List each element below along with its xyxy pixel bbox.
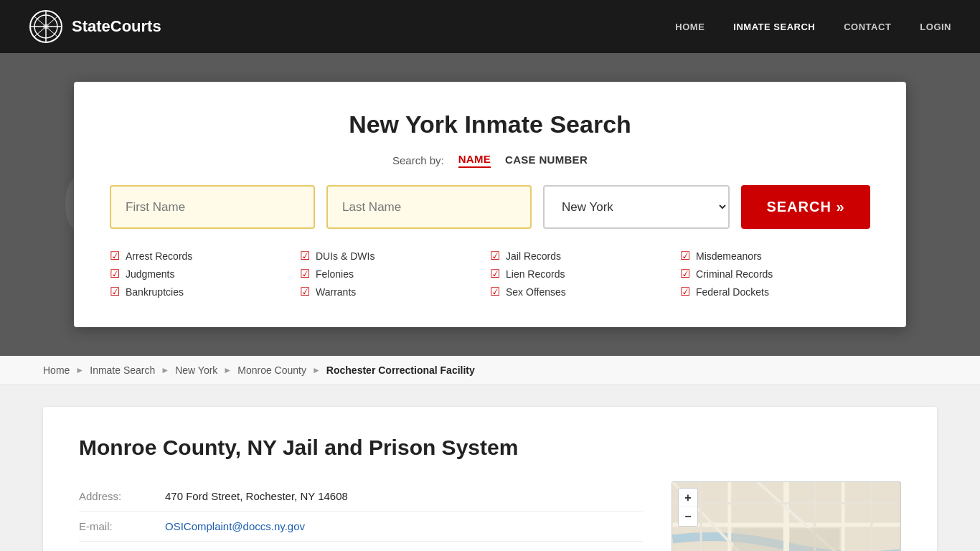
check-label: Criminal Records: [696, 268, 773, 280]
check-arrest-records: ☑ Arrest Records: [110, 249, 300, 263]
check-bankruptcies: ☑ Bankruptcies: [110, 285, 300, 298]
check-sex-offenses: ☑ Sex Offenses: [490, 285, 680, 298]
breadcrumb-sep-3: ►: [223, 365, 232, 375]
check-federal-dockets: ☑ Federal Dockets: [680, 285, 870, 298]
search-by-label: Search by:: [392, 154, 444, 166]
check-label: Sex Offenses: [506, 286, 566, 298]
check-icon: ☑: [490, 267, 500, 281]
check-felonies: ☑ Felonies: [300, 267, 490, 281]
address-value: 470 Ford Street, Rochester, NY 14608: [165, 490, 643, 502]
tab-name[interactable]: NAME: [458, 153, 491, 168]
search-card: New York Inmate Search Search by: NAME C…: [74, 82, 906, 327]
logo-text: StateCourts: [72, 17, 161, 36]
nav-contact[interactable]: CONTACT: [844, 22, 891, 32]
check-icon: ☑: [110, 285, 120, 298]
checks-grid: ☑ Arrest Records ☑ DUIs & DWIs ☑ Jail Re…: [110, 249, 870, 298]
breadcrumb-new-york[interactable]: New York: [175, 364, 217, 376]
check-icon: ☑: [680, 249, 690, 263]
main-nav: HOME INMATE SEARCH CONTACT LOGIN: [675, 22, 951, 32]
breadcrumb-sep-1: ►: [75, 365, 84, 375]
map-zoom-out[interactable]: −: [679, 507, 697, 526]
map-section: 11A ▶ 12 + − Rochester: [672, 481, 901, 551]
svg-rect-21: [733, 528, 783, 551]
breadcrumb: Home ► Inmate Search ► New York ► Monroe…: [0, 356, 980, 385]
map-zoom-in[interactable]: +: [679, 489, 697, 507]
search-inputs-row: New York SEARCH »: [110, 185, 870, 229]
check-icon: ☑: [490, 285, 500, 298]
check-icon: ☑: [110, 249, 120, 263]
search-by-row: Search by: NAME CASE NUMBER: [110, 153, 870, 168]
first-name-input[interactable]: [110, 185, 315, 229]
check-icon: ☑: [300, 249, 310, 263]
content-title: Monroe County, NY Jail and Prison System: [79, 435, 901, 460]
check-label: Misdemeanors: [696, 250, 762, 262]
email-row: E-mail: OSIComplaint@doccs.ny.gov: [79, 512, 643, 542]
phone-row: Phone: 585-454-2280: [79, 542, 643, 551]
breadcrumb-home[interactable]: Home: [43, 364, 70, 376]
svg-point-6: [43, 24, 49, 29]
nav-home[interactable]: HOME: [675, 22, 705, 32]
check-icon: ☑: [110, 267, 120, 281]
lower-section: Address: 470 Ford Street, Rochester, NY …: [79, 481, 901, 551]
check-criminal-records: ☑ Criminal Records: [680, 267, 870, 281]
breadcrumb-sep-4: ►: [312, 365, 321, 375]
last-name-input[interactable]: [326, 185, 532, 229]
check-misdemeanors: ☑ Misdemeanors: [680, 249, 870, 263]
tab-case-number[interactable]: CASE NUMBER: [505, 154, 588, 167]
breadcrumb-sep-2: ►: [161, 365, 169, 375]
address-row: Address: 470 Ford Street, Rochester, NY …: [79, 481, 643, 512]
main-content: Monroe County, NY Jail and Prison System…: [0, 385, 980, 551]
email-label: E-mail:: [79, 520, 165, 532]
content-card: Monroe County, NY Jail and Prison System…: [43, 407, 937, 551]
map-svg: 11A ▶ 12: [672, 482, 900, 551]
check-label: Jail Records: [506, 250, 561, 262]
check-label: Warrants: [316, 286, 356, 298]
check-warrants: ☑ Warrants: [300, 285, 490, 298]
nav-inmate-search[interactable]: INMATE SEARCH: [733, 22, 815, 32]
check-icon: ☑: [680, 267, 690, 281]
check-jail-records: ☑ Jail Records: [490, 249, 680, 263]
logo-area[interactable]: StateCourts: [29, 9, 161, 44]
check-label: Federal Dockets: [696, 286, 769, 298]
nav-login[interactable]: LOGIN: [920, 22, 951, 32]
hero-section: COURTHOUSE New York Inmate Search Search…: [0, 53, 980, 356]
email-link[interactable]: OSIComplaint@doccs.ny.gov: [165, 520, 305, 532]
map-controls: + −: [678, 488, 698, 527]
logo-icon: [29, 9, 63, 44]
check-lien-records: ☑ Lien Records: [490, 267, 680, 281]
email-value: OSIComplaint@doccs.ny.gov: [165, 520, 643, 532]
check-label: DUIs & DWIs: [316, 250, 374, 262]
site-header: StateCourts HOME INMATE SEARCH CONTACT L…: [0, 0, 980, 53]
check-judgments: ☑ Judgments: [110, 267, 300, 281]
check-label: Arrest Records: [126, 250, 192, 262]
svg-rect-22: [790, 528, 839, 551]
check-label: Bankruptcies: [126, 286, 184, 298]
check-icon: ☑: [300, 267, 310, 281]
check-label: Judgments: [126, 268, 174, 280]
breadcrumb-current: Rochester Correctional Facility: [326, 364, 475, 376]
map-container: 11A ▶ 12 + − Rochester: [672, 481, 901, 551]
address-label: Address:: [79, 490, 165, 502]
search-button[interactable]: SEARCH »: [741, 185, 870, 229]
breadcrumb-inmate-search[interactable]: Inmate Search: [90, 364, 155, 376]
search-title: New York Inmate Search: [110, 110, 870, 138]
check-duis: ☑ DUIs & DWIs: [300, 249, 490, 263]
info-section: Address: 470 Ford Street, Rochester, NY …: [79, 481, 643, 551]
check-icon: ☑: [490, 249, 500, 263]
check-label: Felonies: [316, 268, 354, 280]
state-select[interactable]: New York: [543, 185, 730, 229]
breadcrumb-monroe-county[interactable]: Monroe County: [237, 364, 306, 376]
check-icon: ☑: [300, 285, 310, 298]
check-label: Lien Records: [506, 268, 565, 280]
check-icon: ☑: [680, 285, 690, 298]
